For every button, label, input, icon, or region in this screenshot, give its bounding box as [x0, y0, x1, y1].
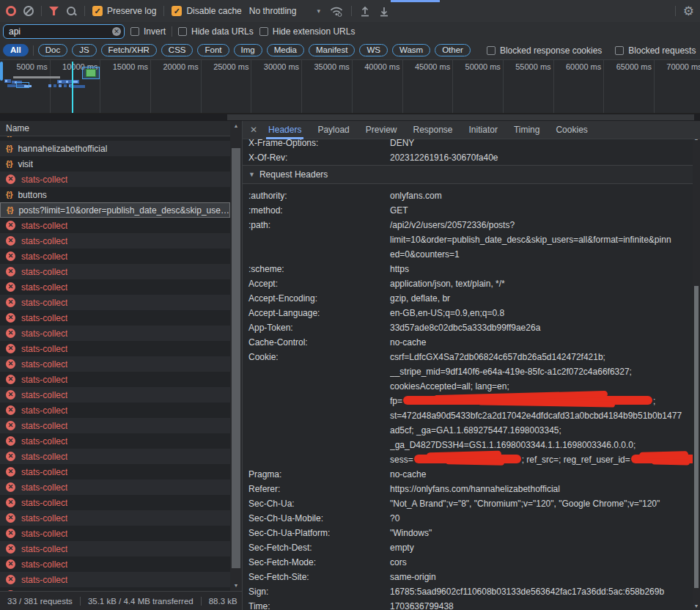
- request-name: stats-collect: [21, 236, 67, 246]
- request-row[interactable]: ✕stats-collect: [0, 310, 230, 326]
- section-title: Request Headers: [259, 169, 328, 180]
- requests-count: 33 / 381 requests: [7, 597, 73, 606]
- hide-data-urls-checkbox[interactable]: Hide data URLs: [178, 26, 254, 37]
- filter-chip-other[interactable]: Other: [435, 44, 471, 56]
- scroll-up-icon[interactable]: ▲: [230, 123, 242, 128]
- request-row[interactable]: ✕stats-collect: [0, 479, 230, 495]
- hide-data-urls-label: Hide data URLs: [191, 26, 254, 37]
- clear-button[interactable]: [23, 6, 34, 16]
- request-row[interactable]: ✕stats-collect: [0, 295, 230, 310]
- throttling-dropdown[interactable]: No throttling ▾: [249, 6, 322, 16]
- invert-label: Invert: [144, 26, 166, 37]
- tab-response[interactable]: Response: [405, 121, 460, 139]
- tab-timing[interactable]: Timing: [506, 121, 548, 139]
- export-har-icon[interactable]: [378, 6, 390, 17]
- filter-chip-js[interactable]: JS: [72, 44, 96, 56]
- request-row[interactable]: ✕stats-collect: [0, 495, 230, 510]
- json-request-icon: {∶}: [6, 190, 12, 199]
- request-row[interactable]: ✕stats-collect: [0, 233, 230, 249]
- clear-filter-icon[interactable]: ✕: [112, 27, 121, 36]
- scroll-down-icon[interactable]: ▼: [230, 583, 242, 588]
- scrollbar-thumb[interactable]: [232, 148, 240, 568]
- timeline-tick-label: 50000 ms: [453, 60, 504, 113]
- name-column-header[interactable]: Name: [0, 121, 242, 136]
- request-row[interactable]: ✕stats-collect: [0, 326, 230, 341]
- filter-chip-doc[interactable]: Doc: [38, 44, 67, 56]
- filter-chip-media[interactable]: Media: [267, 44, 304, 56]
- request-row[interactable]: ✕stats-collect: [0, 341, 230, 356]
- request-row[interactable]: ✕stats-collect: [0, 356, 230, 372]
- headers-scrollbar[interactable]: ▲ ▼: [693, 139, 700, 610]
- request-row[interactable]: ✕stats-collect: [0, 279, 230, 295]
- filter-chip-img[interactable]: Img: [234, 44, 262, 56]
- preserve-log-checkbox[interactable]: ✓ Preserve log: [92, 6, 156, 16]
- request-failed-icon: ✕: [6, 236, 15, 246]
- scrollbar-thumb[interactable]: [694, 286, 699, 588]
- filter-chip-fetch-xhr[interactable]: Fetch/XHR: [101, 44, 157, 56]
- filter-input[interactable]: [3, 24, 125, 39]
- import-har-icon[interactable]: [359, 6, 371, 17]
- request-failed-icon: ✕: [6, 575, 15, 584]
- request-name: stats-collect: [21, 498, 67, 508]
- request-row[interactable]: {∶}buttons: [0, 187, 230, 202]
- network-conditions-icon[interactable]: [329, 5, 344, 17]
- filter-icon[interactable]: [49, 7, 59, 15]
- request-row[interactable]: ✕stats-collect: [0, 572, 230, 587]
- invert-checkbox[interactable]: Invert: [130, 26, 166, 37]
- header-name: X-Of-Rev:: [248, 150, 390, 165]
- tab-cookies[interactable]: Cookies: [548, 121, 595, 139]
- request-row[interactable]: ✕stats-collect: [0, 264, 230, 279]
- network-overview-timeline[interactable]: 5000 ms10000 ms15000 ms20000 ms25000 ms3…: [0, 60, 700, 114]
- request-row[interactable]: ✕stats-collect: [0, 541, 230, 556]
- request-row[interactable]: ✕stats-collect: [0, 372, 230, 387]
- tab-initiator[interactable]: Initiator: [461, 121, 506, 139]
- request-row[interactable]: ✕stats-collect: [0, 172, 230, 187]
- overview-scrollbar-thumb[interactable]: [227, 114, 694, 120]
- request-headers-section[interactable]: ▼Request Headers: [243, 165, 693, 184]
- scroll-down-icon[interactable]: ▼: [693, 603, 700, 609]
- request-row[interactable]: ✕stats-collect: [0, 387, 230, 403]
- tab-payload[interactable]: Payload: [309, 121, 357, 139]
- request-row[interactable]: ✕stats-collect: [0, 449, 230, 464]
- request-row[interactable]: {∶}visit: [0, 156, 230, 172]
- close-details-icon[interactable]: ✕: [247, 125, 260, 135]
- request-row[interactable]: ✕stats-collect: [0, 433, 230, 449]
- header-row: Sec-Fetch-Mode:cors: [243, 555, 693, 570]
- blocked-requests-checkbox[interactable]: Blocked requests: [615, 45, 696, 56]
- request-row[interactable]: ✕stats-collect: [0, 464, 230, 479]
- timeline-tick-label: 60000 ms: [554, 60, 605, 113]
- request-row[interactable]: ✕stats-collect: [0, 418, 230, 433]
- disable-cache-checkbox[interactable]: ✓ Disable cache: [172, 6, 241, 16]
- header-name: App-Token:: [248, 320, 390, 335]
- overview-scrollbar[interactable]: [0, 114, 700, 121]
- request-row[interactable]: ✕stats-collect: [0, 218, 230, 233]
- request-failed-icon: ✕: [6, 267, 15, 276]
- tab-preview[interactable]: Preview: [358, 121, 405, 139]
- request-row[interactable]: ✕stats-collect: [0, 403, 230, 418]
- filter-chip-wasm[interactable]: Wasm: [392, 44, 430, 56]
- record-button[interactable]: [6, 6, 16, 16]
- settings-gear-icon[interactable]: ⚙: [683, 5, 694, 18]
- tab-headers[interactable]: Headers: [260, 121, 309, 139]
- request-row[interactable]: ✕stats-collect: [0, 556, 230, 572]
- requests-table: Name {∶}init{∶}hannahelizabethofficial{∶…: [0, 121, 243, 610]
- request-row[interactable]: ✕stats-collect: [0, 526, 230, 541]
- timeline-tick-label: 25000 ms: [202, 60, 252, 113]
- request-failed-icon: ✕: [6, 313, 15, 323]
- request-row[interactable]: {∶}posts?limit=10&order=publish_date_des…: [0, 202, 230, 218]
- headers-content: X-Frame-Options:DENYX-Of-Rev:20231226191…: [243, 136, 693, 610]
- request-row[interactable]: ✕stats-collect: [0, 249, 230, 264]
- request-row[interactable]: {∶}hannahelizabethofficial: [0, 141, 230, 156]
- blocked-response-cookies-checkbox[interactable]: Blocked response cookies: [487, 45, 602, 56]
- filter-chip-css[interactable]: CSS: [161, 44, 194, 56]
- filter-chip-ws[interactable]: WS: [359, 44, 388, 56]
- request-row[interactable]: ✕stats-collect: [0, 510, 230, 526]
- filter-chip-font[interactable]: Font: [197, 44, 229, 56]
- header-value: https: [390, 262, 693, 276]
- filter-chip-manifest[interactable]: Manifest: [309, 44, 355, 56]
- filter-chip-all[interactable]: All: [3, 44, 29, 56]
- header-value: application/json, text/plain, */*: [390, 276, 693, 291]
- search-icon[interactable]: [66, 6, 77, 17]
- hide-extension-urls-checkbox[interactable]: Hide extension URLs: [259, 26, 355, 37]
- request-list-scrollbar[interactable]: ▲ ▼: [230, 121, 242, 591]
